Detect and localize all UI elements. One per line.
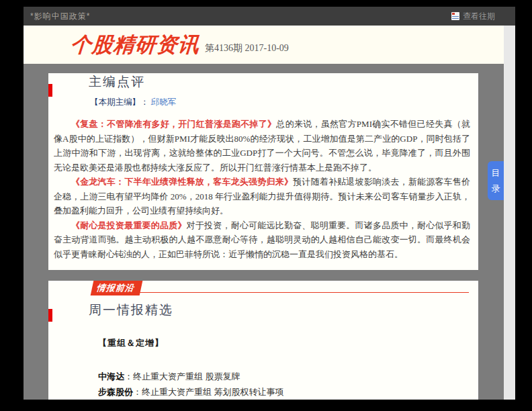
view-archive-label: 查看往期: [463, 11, 495, 22]
red-accent-bar: [48, 309, 52, 322]
toc-tab[interactable]: 目 录: [488, 161, 504, 200]
toc-tab-char: 目: [492, 167, 500, 179]
editor-label: 【本期主编】：: [90, 97, 149, 107]
editor-paragraph: 《复盘：不管降准有多好，开门红普涨是跑不掉了》总的来说，虽然官方PMI确实不错但…: [54, 117, 470, 175]
colon: ：: [133, 387, 142, 397]
stock-news-desc: 终止重大资产重组 股票复牌: [133, 371, 240, 381]
editor-section-title: 主编点评: [89, 73, 478, 91]
scrollbar[interactable]: [504, 26, 515, 400]
editor-byline: 【本期主编】： 邱晓军: [90, 97, 478, 108]
editor-paragraph: 《耐心是投资最重要的品质》对于投资，耐心可能远比勤奋、聪明重要。而诸多品质中，耐…: [54, 218, 470, 262]
stock-news-desc: 终止重大资产重组 筹划股权转让事项: [142, 387, 284, 397]
topbar-title: *影响中国政策*: [30, 11, 90, 22]
intel-frontier-badge: 情报前沿: [91, 281, 143, 295]
article-headline: 《耐心是投资最重要的品质》: [71, 220, 187, 230]
stock-news-row: 步森股份：终止重大资产重组 筹划股权转让事项: [98, 384, 478, 400]
brand-logo: 个股精研资讯: [70, 31, 201, 59]
article-headline: 《金龙汽车：下半年业绩弹性释放，客车龙头强势归来》: [71, 177, 293, 187]
view-archive-button[interactable]: 查看往期: [451, 11, 495, 22]
stock-name: 中海达: [98, 371, 124, 381]
editor-paragraph: 《金龙汽车：下半年业绩弹性释放，客车龙头强势归来》预计随着补贴退坡影响淡去，新能…: [54, 175, 470, 218]
stock-news-row: 中海达：终止重大资产重组 股票复牌: [98, 369, 478, 384]
topbar: *影响中国政策* 查看往期: [24, 7, 515, 26]
intel-frontier-card: 情报前沿 周一情报精选 【重组＆定增】 中海达：终止重大资产重组 股票复牌 步森…: [48, 281, 478, 400]
editor-name-link[interactable]: 邱晓军: [151, 97, 177, 107]
page-body: 主编点评 【本期主编】： 邱晓军 《复盘：不管降准有多好，开门红普涨是跑不掉了》…: [24, 64, 504, 400]
intel-frontier-badge-label: 情报前沿: [96, 282, 135, 294]
calendar-icon: [451, 12, 459, 20]
intel-group-label: 【重组＆定增】: [98, 337, 478, 349]
intel-badge-rule: 情报前沿: [92, 281, 469, 293]
toc-tab-char: 录: [492, 183, 500, 195]
article-headline: 《复盘：不管降准有多好，开门红普涨是跑不掉了》: [71, 119, 276, 129]
issue-number: 第4136期 2017-10-09: [205, 42, 289, 54]
stock-name: 步森股份: [98, 387, 133, 397]
editor-paragraphs: 《复盘：不管降准有多好，开门红普涨是跑不掉了》总的来说，虽然官方PMI确实不错但…: [54, 117, 470, 261]
red-accent-bar: [48, 84, 52, 97]
editor-comment-card: 主编点评 【本期主编】： 邱晓军 《复盘：不管降准有多好，开门红普涨是跑不掉了》…: [48, 73, 478, 270]
masthead: 个股精研资讯 第4136期 2017-10-09: [24, 26, 515, 64]
intel-section-title: 周一情报精选: [89, 302, 478, 319]
colon: ：: [124, 371, 133, 381]
stock-news-list: 中海达：终止重大资产重组 股票复牌 步森股份：终止重大资产重组 筹划股权转让事项…: [98, 369, 478, 400]
newsletter-window: *影响中国政策* 查看往期 个股精研资讯 第4136期 2017-10-09 主…: [24, 7, 515, 400]
